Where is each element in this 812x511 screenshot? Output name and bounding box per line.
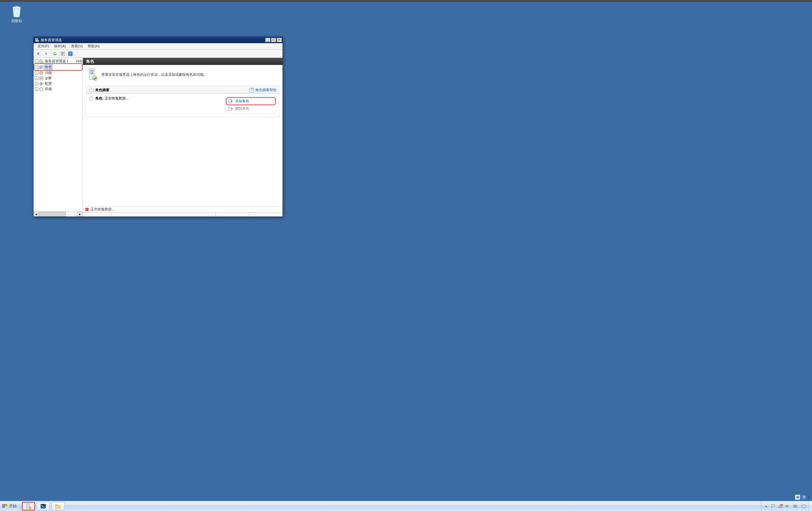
window-controls: _ □ × <box>265 38 282 42</box>
svg-rect-25 <box>90 72 93 72</box>
bottom-status-bar <box>83 212 283 216</box>
features-icon <box>39 71 44 75</box>
tree-root-label: 服务器管理器 ( t3dk <box>44 59 83 64</box>
tree[interactable]: − 服务器管理器 ( t3dk + 角色 <box>34 58 83 211</box>
menu-help[interactable]: 帮助(H) <box>85 43 102 49</box>
tree-root[interactable]: − 服务器管理器 ( t3dk + 角色 <box>34 59 82 92</box>
tree-node-label: 功能 <box>44 70 53 75</box>
svg-point-33 <box>29 507 31 509</box>
svg-rect-14 <box>39 66 43 68</box>
tree-horizontal-scrollbar[interactable]: ◄ ► <box>34 211 83 216</box>
show-desktop-button[interactable] <box>809 501 812 511</box>
menu-action[interactable]: 操作(A) <box>52 43 68 49</box>
expander-icon[interactable]: + <box>35 77 38 80</box>
properties-button[interactable] <box>59 51 66 57</box>
add-role-link[interactable]: 添加角色 <box>227 98 275 104</box>
expander-icon[interactable]: + <box>35 71 38 74</box>
diagnostics-icon <box>39 76 44 81</box>
window-title: 服务器管理器 <box>40 38 265 42</box>
svg-point-27 <box>93 76 97 81</box>
server-icon <box>39 59 44 64</box>
tree-node-diagnostics[interactable]: + 诊断 <box>34 76 82 81</box>
task-items <box>20 501 66 511</box>
summary-body: ˄ 角色: 正在收集数据... 添加角色 <box>86 94 279 117</box>
status-segment <box>215 212 249 216</box>
summary-left: ˄ 角色: 正在收集数据... <box>89 96 222 114</box>
nav-forward-button[interactable] <box>42 51 50 57</box>
collapse-icon[interactable]: ˄ <box>89 88 93 92</box>
tray-chevron-icon[interactable]: ▴ <box>764 504 769 509</box>
refresh-button[interactable] <box>52 51 59 57</box>
indicator-icon[interactable]: ✉ <box>795 495 800 500</box>
svg-rect-18 <box>40 71 42 72</box>
tray-volume-icon[interactable] <box>785 504 790 509</box>
svg-rect-9 <box>61 54 63 55</box>
config-icon <box>39 82 44 86</box>
expander-icon[interactable]: + <box>35 65 38 69</box>
task-explorer[interactable] <box>52 502 64 510</box>
server-manager-window: 服务器管理器 _ □ × 文件(F) 操作(A) 查看(V) 帮助(H) <box>33 36 283 217</box>
close-button[interactable]: × <box>277 38 282 42</box>
tray-flag-icon[interactable] <box>771 504 776 509</box>
toolbar-separator <box>50 51 51 57</box>
tree-pane: − 服务器管理器 ( t3dk + 角色 <box>34 58 83 216</box>
task-server-manager[interactable] <box>22 502 35 510</box>
remove-role-label: 删除角色 <box>235 106 249 111</box>
roles-collecting-text: 正在收集数据... <box>105 96 128 100</box>
minimize-button[interactable]: _ <box>265 38 270 42</box>
indicator-row: ✉ ? ▾ <box>795 494 809 500</box>
svg-rect-17 <box>40 72 43 74</box>
content-header: 角色 <box>83 58 283 65</box>
refresh-icon <box>53 51 58 56</box>
toolbar: ? <box>34 50 283 58</box>
scroll-track[interactable] <box>39 212 78 216</box>
storage-icon <box>39 87 44 91</box>
properties-icon <box>60 51 65 56</box>
scroll-right-button[interactable]: ► <box>78 212 83 216</box>
tree-node-features[interactable]: + 功能 <box>34 70 82 76</box>
tree-node-storage[interactable]: + 存储 <box>34 86 82 92</box>
task-powershell[interactable] <box>37 502 50 510</box>
collapse-icon[interactable]: ˄ <box>89 96 93 101</box>
tray-extra-icon[interactable] <box>801 504 806 509</box>
content-description: 查看安装在服务器上角色的运行状况，以及添加或删除角色和功能。 <box>102 72 207 77</box>
server-manager-icon <box>35 38 39 42</box>
remove-role-link[interactable]: 删除角色 <box>227 106 275 112</box>
svg-rect-26 <box>90 73 93 74</box>
tree-node-label: 配置 <box>44 81 53 86</box>
scroll-left-button[interactable]: ◄ <box>34 212 39 216</box>
summary-title: 角色摘要 <box>95 88 109 92</box>
add-role-icon <box>228 99 233 103</box>
maximize-button[interactable]: □ <box>271 38 276 42</box>
menu-view[interactable]: 查看(V) <box>68 43 85 49</box>
svg-point-13 <box>41 62 44 64</box>
svg-point-5 <box>37 40 39 42</box>
svg-rect-15 <box>40 66 42 67</box>
scroll-thumb[interactable] <box>39 212 66 216</box>
svg-rect-8 <box>61 53 64 54</box>
tree-node-label: 存储 <box>44 87 53 91</box>
status-segment <box>249 212 283 216</box>
svg-rect-30 <box>231 109 233 109</box>
tree-node-roles[interactable]: + 角色 <box>34 64 82 70</box>
svg-text:?: ? <box>70 52 71 56</box>
expander-icon[interactable]: + <box>35 82 38 85</box>
menu-file[interactable]: 文件(F) <box>35 43 52 49</box>
indicator-help-icon[interactable]: ? <box>802 495 807 500</box>
titlebar[interactable]: 服务器管理器 _ □ × <box>34 37 283 43</box>
windows-logo-icon <box>2 503 8 509</box>
start-button[interactable]: 开始 <box>0 501 20 511</box>
summary-help-link[interactable]: ? 角色摘要帮助 <box>250 88 277 92</box>
recycle-bin[interactable]: 回收站 <box>6 5 27 23</box>
nav-back-button[interactable] <box>35 51 42 57</box>
tray-network-icon[interactable] <box>778 504 783 509</box>
svg-rect-4 <box>36 40 37 40</box>
tree-node-config[interactable]: + 配置 <box>34 81 82 86</box>
expander-icon[interactable]: + <box>35 87 38 91</box>
expander-icon[interactable]: − <box>35 59 38 63</box>
tree-node-label: 诊断 <box>44 76 53 81</box>
chevron-icon[interactable]: ▾ <box>808 495 809 499</box>
server-manager-icon <box>25 503 32 509</box>
tray-time[interactable]: 20: <box>792 504 799 508</box>
help-button[interactable]: ? <box>67 51 74 57</box>
